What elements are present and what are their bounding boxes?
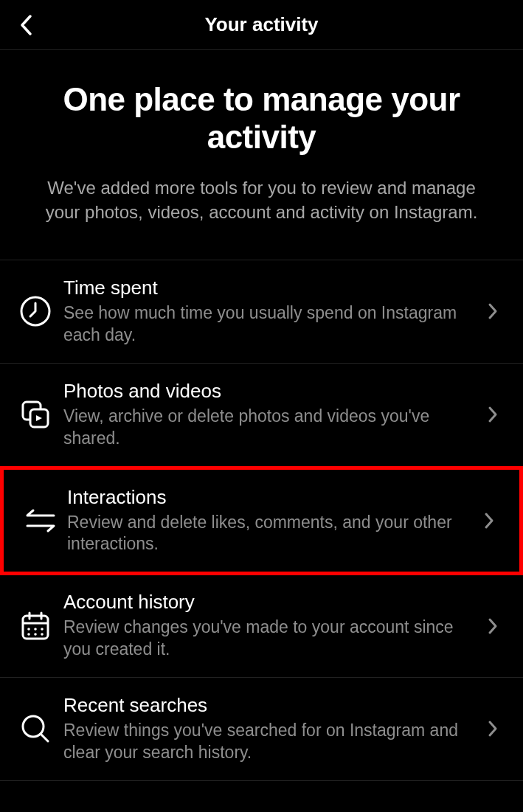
list-item-recent-searches[interactable]: Recent searches Review things you've sea… bbox=[0, 678, 523, 781]
activity-list: Time spent See how much time you usually… bbox=[0, 260, 523, 781]
list-item-photos-videos[interactable]: Photos and videos View, archive or delet… bbox=[0, 364, 523, 467]
chevron-right-icon bbox=[482, 406, 504, 423]
svg-point-7 bbox=[27, 628, 30, 631]
svg-point-9 bbox=[41, 628, 44, 631]
media-icon bbox=[19, 398, 63, 431]
svg-point-8 bbox=[34, 628, 37, 631]
intro-description: We've added more tools for you to review… bbox=[30, 176, 493, 224]
clock-icon bbox=[19, 295, 63, 327]
calendar-icon bbox=[19, 610, 63, 642]
chevron-left-icon bbox=[19, 14, 32, 36]
list-item-interactions[interactable]: Interactions Review and delete likes, co… bbox=[0, 466, 523, 576]
item-title: Recent searches bbox=[63, 694, 467, 717]
item-description: See how much time you usually spend on I… bbox=[63, 302, 467, 347]
list-item-account-history[interactable]: Account history Review changes you've ma… bbox=[0, 575, 523, 678]
item-description: View, archive or delete photos and video… bbox=[63, 406, 467, 450]
svg-point-12 bbox=[41, 633, 44, 636]
search-icon bbox=[19, 712, 63, 745]
item-title: Photos and videos bbox=[63, 380, 467, 403]
chevron-right-icon bbox=[482, 720, 504, 738]
list-item-time-spent[interactable]: Time spent See how much time you usually… bbox=[0, 260, 523, 364]
chevron-right-icon bbox=[482, 617, 504, 635]
page-title: Your activity bbox=[15, 13, 508, 36]
svg-point-10 bbox=[27, 633, 30, 636]
back-button[interactable] bbox=[15, 14, 37, 36]
item-description: Review things you've searched for on Ins… bbox=[63, 720, 467, 764]
header: Your activity bbox=[0, 0, 523, 50]
svg-point-11 bbox=[34, 633, 37, 636]
chevron-right-icon bbox=[478, 512, 500, 530]
item-title: Time spent bbox=[63, 277, 467, 299]
svg-line-14 bbox=[41, 734, 48, 741]
intro-title: One place to manage your activity bbox=[30, 81, 493, 156]
item-title: Interactions bbox=[67, 486, 463, 509]
arrows-icon bbox=[23, 504, 67, 537]
intro-section: One place to manage your activity We've … bbox=[0, 50, 523, 260]
chevron-right-icon bbox=[482, 302, 504, 320]
item-description: Review changes you've made to your accou… bbox=[63, 617, 467, 661]
item-title: Account history bbox=[63, 591, 467, 614]
item-description: Review and delete likes, comments, and y… bbox=[67, 512, 463, 556]
